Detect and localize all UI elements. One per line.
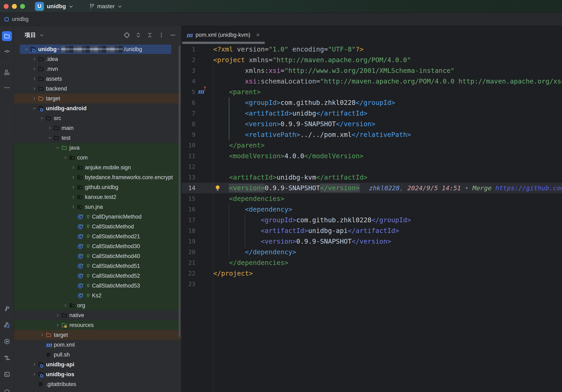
chevron-right-icon[interactable]: [54, 313, 61, 318]
chevron-right-icon[interactable]: [31, 96, 38, 101]
tree-scrollbar[interactable]: [179, 46, 180, 337]
stripe-button-project-folder[interactable]: [2, 31, 12, 41]
tree-row-unidbg-api[interactable]: unidbg-api: [14, 359, 181, 369]
tree-item-label: .mvn: [46, 64, 58, 74]
tree-row-resources[interactable]: resources: [14, 320, 181, 330]
tree-row-callstaticmethod52[interactable]: CCallStaticMethod52: [14, 271, 181, 281]
maximize-window-button[interactable]: [20, 4, 25, 9]
lightbulb-icon[interactable]: [214, 185, 221, 191]
tree-row-callstaticmethod30[interactable]: CCallStaticMethod30: [14, 241, 181, 251]
tree-row-bytedance-frameworks-core-encrypt[interactable]: bytedance.frameworks.core.encrypt: [14, 173, 181, 182]
chevron-right-icon[interactable]: [70, 175, 77, 180]
tree-row-callstaticmethod[interactable]: CCallStaticMethod: [14, 222, 181, 231]
chevron-right-icon[interactable]: [70, 204, 77, 209]
chevron-right-icon[interactable]: [39, 333, 46, 337]
chevron-right-icon[interactable]: [31, 86, 38, 91]
tree-row-unidbg-ios[interactable]: unidbg-ios: [14, 369, 181, 379]
chevron-right-icon[interactable]: [70, 195, 77, 199]
chevron-right-icon[interactable]: [54, 323, 61, 328]
chevron-down-icon[interactable]: [47, 136, 53, 140]
stripe-button-transfer[interactable]: [2, 353, 12, 363]
tree-row-ks2[interactable]: CKs2: [14, 291, 181, 300]
tree-row-unidbg-android[interactable]: unidbg-android: [14, 104, 181, 113]
stripe-button-terminal[interactable]: [2, 369, 12, 379]
blame-dim: ,: [400, 184, 407, 192]
tree-row-target[interactable]: target: [14, 330, 181, 340]
chevron-right-icon[interactable]: [62, 303, 69, 308]
git-blame-annotation[interactable]: zhkl0228, 2024/9/5 14:51 • Merge https:/…: [369, 184, 562, 192]
tree-row-callstaticmethod51[interactable]: CCallStaticMethod51: [14, 261, 181, 271]
tree-row-assets[interactable]: assets: [14, 74, 181, 84]
close-window-button[interactable]: [4, 4, 9, 9]
chevron-right-icon[interactable]: [31, 372, 38, 377]
tree-row-main[interactable]: main: [14, 123, 181, 133]
tree-row-anjuke-mobile-sign[interactable]: anjuke.mobile.sign: [14, 162, 181, 173]
maven-icon: m: [186, 31, 193, 39]
tree-row-com[interactable]: com: [14, 153, 181, 162]
editor-gutter[interactable]: 1234567891011121314151617181920212223m↑: [182, 44, 213, 392]
tree-row-pom-xml[interactable]: mpom.xml: [14, 340, 181, 350]
hide-icon[interactable]: [169, 32, 176, 39]
chevron-down-icon[interactable]: [23, 47, 30, 52]
tree-row-java[interactable]: java: [14, 143, 181, 153]
stripe-button-partial-circle[interactable]: [2, 386, 12, 392]
tree-row-callstaticmethod53[interactable]: CCallStaticMethod53: [14, 281, 181, 291]
tree-row-unidbg[interactable]: unidbg ~ /unidbg: [14, 44, 181, 54]
branch-widget[interactable]: master: [89, 3, 125, 10]
chevron-down-icon[interactable]: [62, 155, 69, 160]
editor-body[interactable]: 1234567891011121314151617181920212223m↑ …: [182, 44, 562, 392]
chevron-right-icon[interactable]: [70, 165, 77, 170]
row-content: CCallStaticMethod30: [14, 241, 181, 251]
project-badge[interactable]: U: [35, 2, 44, 11]
stripe-button-sync-hierarchy[interactable]: [2, 320, 12, 330]
tree-row-callstaticmethod21[interactable]: CCallStaticMethod21: [14, 231, 181, 241]
tree-row--idea[interactable]: .idea: [14, 54, 181, 64]
tree-row-src[interactable]: src: [14, 113, 181, 123]
chevron-down-icon[interactable]: [39, 116, 46, 121]
tree-row-org[interactable]: org: [14, 300, 181, 310]
tree-row-pull-sh[interactable]: pull.sh: [14, 350, 181, 359]
project-name[interactable]: unidbg: [47, 3, 66, 10]
chevron-right-icon[interactable]: [31, 67, 38, 71]
more-kebab-icon[interactable]: [158, 32, 165, 39]
tree-row-target[interactable]: target: [14, 93, 181, 104]
blame-url[interactable]: https://github.com/zh: [495, 184, 562, 192]
chevron-right-icon[interactable]: [31, 57, 38, 62]
code-line-22: </project>: [213, 268, 562, 279]
stripe-button-services-hexagon[interactable]: [2, 337, 12, 346]
stripe-button-commit[interactable]: [2, 46, 12, 56]
chevron-down-icon[interactable]: [54, 145, 61, 150]
tree-row-native[interactable]: native: [14, 310, 181, 320]
expand-all-icon[interactable]: [135, 32, 142, 39]
runnable-marker-icon: [86, 224, 90, 229]
tree-row--gitattributes[interactable]: .gitattributes: [14, 379, 181, 389]
chevron-down-icon[interactable]: [31, 106, 38, 111]
tree-row-backend[interactable]: backend: [14, 84, 181, 93]
stripe-button-structure[interactable]: [2, 68, 12, 77]
collapse-all-icon[interactable]: [146, 32, 153, 39]
maven-reload-icon[interactable]: m↑: [198, 88, 204, 95]
tree-row-callstaticmethod40[interactable]: CCallStaticMethod40: [14, 251, 181, 261]
minimize-window-button[interactable]: [12, 4, 17, 9]
tree-row-partial[interactable]: [14, 389, 181, 392]
tree-row-sun-jna[interactable]: sun.jna: [14, 202, 181, 212]
row-content: .idea: [14, 54, 181, 64]
stripe-button-build-hammer[interactable]: [2, 304, 12, 314]
chevron-right-icon[interactable]: [47, 126, 53, 130]
tree-row-test[interactable]: test: [14, 133, 181, 143]
chevron-right-icon[interactable]: [70, 185, 77, 190]
locate-icon[interactable]: [123, 32, 130, 39]
tree-row-calldynamicmethod[interactable]: CCallDynamicMethod: [14, 212, 181, 222]
row-content: unidbg-ios: [14, 369, 181, 379]
chevron-right-icon[interactable]: [31, 76, 38, 81]
row-content: native: [14, 310, 181, 320]
panel-title[interactable]: 项目: [25, 31, 36, 39]
stripe-button-more[interactable]: [2, 83, 12, 92]
tree-row--mvn[interactable]: .mvn: [14, 64, 181, 74]
close-tab-icon[interactable]: ×: [256, 31, 260, 38]
tree-row-kanxue-test2[interactable]: kanxue.test2: [14, 192, 181, 202]
tree-row-github-unidbg[interactable]: github.unidbg: [14, 182, 181, 192]
chevron-right-icon[interactable]: [31, 362, 38, 367]
editor-tab-pom-xml[interactable]: m pom.xml (unidbg-kvm) ×: [186, 31, 260, 39]
code-area[interactable]: <?xml version="1.0" encoding="UTF-8"?><p…: [213, 44, 562, 392]
